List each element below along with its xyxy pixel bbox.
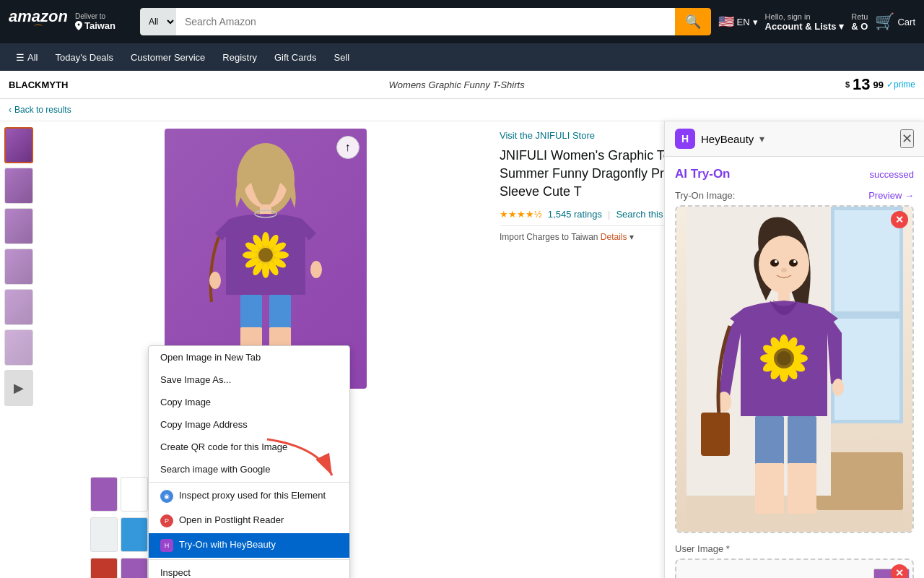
proxy-icon: ◉ <box>160 490 173 503</box>
svg-point-11 <box>262 264 269 278</box>
color-swatch[interactable] <box>90 558 118 578</box>
search-button[interactable]: 🔍 <box>675 8 711 35</box>
svg-rect-27 <box>834 319 899 420</box>
product-title-bar: Womens Graphic Funny T-Shirts <box>68 79 845 90</box>
svg-rect-18 <box>269 295 291 331</box>
context-search-google[interactable]: Search image with Google <box>149 458 349 480</box>
postlight-icon: P <box>160 514 173 527</box>
user-image-label: User Image * <box>675 543 914 554</box>
main-content: ▶ ↑ <box>0 121 924 578</box>
thumbnail-5[interactable] <box>4 289 33 325</box>
rating-count[interactable]: 1,545 ratings <box>548 209 602 220</box>
panel-close-button[interactable]: ✕ <box>900 129 914 148</box>
color-swatch[interactable] <box>121 477 148 512</box>
context-postlight-reader[interactable]: POpen in Postlight Reader <box>149 509 349 533</box>
thumbnail-video[interactable]: ▶ <box>4 370 33 406</box>
cart-section[interactable]: 🛒 Cart <box>875 12 915 31</box>
context-try-on[interactable]: HTry-On with HeyBeauty <box>149 533 349 558</box>
nav-item-registry[interactable]: Registry <box>215 48 264 67</box>
thumbnail-3[interactable] <box>4 208 33 244</box>
chevron-left-icon: ‹ <box>9 105 12 115</box>
returns-section[interactable]: Retu & O <box>851 12 868 32</box>
back-to-results-link[interactable]: ‹ Back to results <box>9 105 915 115</box>
context-separator-1 <box>149 482 349 483</box>
preview-link[interactable]: Preview → <box>868 190 914 201</box>
nav-item-customer-service[interactable]: Customer Service <box>123 48 212 67</box>
svg-rect-55 <box>701 413 730 456</box>
svg-point-22 <box>209 272 221 289</box>
context-inspect-proxy[interactable]: ◉Inspect proxy used for this Element <box>149 484 349 509</box>
context-open-image[interactable]: Open Image in New Tab <box>149 346 349 368</box>
prime-badge: ✓prime <box>886 79 915 90</box>
star-rating: ★★★★½ <box>500 209 542 220</box>
svg-point-54 <box>832 379 844 396</box>
nav-item-all[interactable]: ☰ All <box>9 48 45 67</box>
nav-item-gift-cards[interactable]: Gift Cards <box>267 48 324 67</box>
chevron-down-icon: ▾ <box>629 232 634 242</box>
returns-label: Retu <box>851 12 868 21</box>
nav-item-todays-deals[interactable]: Today's Deals <box>48 48 121 67</box>
language-selector[interactable]: 🇺🇸 EN ▾ <box>718 14 758 30</box>
panel-title: H HeyBeauty ▾ <box>675 129 764 149</box>
color-swatch[interactable] <box>121 517 148 552</box>
user-image-close-button[interactable]: ✕ <box>891 564 908 578</box>
success-badge: successed <box>870 169 914 180</box>
model-svg <box>687 207 903 532</box>
details-link[interactable]: Details <box>601 232 627 242</box>
svg-rect-17 <box>240 295 262 331</box>
search-input[interactable] <box>176 8 675 35</box>
thumbnail-1[interactable] <box>4 127 33 163</box>
ai-try-on-label: AI Try-On <box>675 167 731 181</box>
svg-point-33 <box>789 259 798 267</box>
svg-point-4 <box>258 248 273 262</box>
color-swatch[interactable] <box>121 558 148 578</box>
deliver-to[interactable]: Deliver to Taiwan <box>75 12 133 31</box>
context-inspect[interactable]: Inspect <box>149 561 349 578</box>
svg-point-52 <box>777 351 791 366</box>
deliver-location: Taiwan <box>75 20 133 31</box>
svg-point-5 <box>262 232 269 246</box>
thumbnail-2[interactable] <box>4 168 33 204</box>
try-on-close-button[interactable]: ✕ <box>891 211 908 228</box>
panel-name: HeyBeauty <box>701 133 754 145</box>
panel-body: AI Try-On successed Try-On Image: Previe… <box>665 157 924 578</box>
heybeauty-logo: H <box>675 129 695 149</box>
context-copy-address[interactable]: Copy Image Address <box>149 413 349 436</box>
user-image-section: User Image * ✕ JNS <box>675 543 914 578</box>
account-section[interactable]: Hello, sign in Account & Lists ▾ <box>765 12 845 32</box>
panel-chevron-icon[interactable]: ▾ <box>759 133 764 144</box>
thumbnail-strip: ▶ <box>0 121 40 578</box>
cart-label: Cart <box>897 17 915 27</box>
cart-icon: 🛒 <box>875 12 894 31</box>
chevron-down-icon: ▾ <box>753 17 758 27</box>
try-on-image-header: Try-On Image: Preview → <box>675 190 914 201</box>
search-category-select[interactable]: All <box>140 8 176 35</box>
model-image <box>676 207 912 532</box>
try-on-image-label: Try-On Image: <box>675 190 735 201</box>
svg-point-23 <box>310 261 322 278</box>
share-button[interactable]: ↑ <box>336 136 359 159</box>
ai-try-on-header: AI Try-On successed <box>675 167 914 181</box>
thumbnail-4[interactable] <box>4 249 33 285</box>
heybeauty-icon: H <box>160 539 173 552</box>
nav-item-sell[interactable]: Sell <box>327 48 357 67</box>
amazon-logo[interactable]: amazon ⌒ <box>9 7 68 36</box>
context-qr-code[interactable]: Create QR code for this Image <box>149 436 349 458</box>
logo-arrow: ⌒ <box>33 23 43 36</box>
deal-bar: BLACKMYTH Womens Graphic Funny T-Shirts … <box>0 71 924 99</box>
hamburger-icon: ☰ <box>16 52 25 63</box>
price-main: 13 <box>853 75 870 94</box>
svg-point-32 <box>770 259 779 267</box>
svg-rect-57 <box>788 416 816 467</box>
context-save-image[interactable]: Save Image As... <box>149 368 349 391</box>
brand-label: BLACKMYTH <box>9 79 68 90</box>
color-swatch[interactable] <box>90 517 118 552</box>
heybeauty-panel: H HeyBeauty ▾ ✕ AI Try-On successed Try-… <box>664 121 924 578</box>
context-separator-2 <box>149 559 349 560</box>
svg-point-35 <box>793 260 796 263</box>
thumbnail-6[interactable] <box>4 329 33 366</box>
svg-point-36 <box>781 268 787 272</box>
svg-point-14 <box>243 251 257 259</box>
context-copy-image[interactable]: Copy Image <box>149 391 349 413</box>
color-swatch[interactable] <box>90 477 118 512</box>
